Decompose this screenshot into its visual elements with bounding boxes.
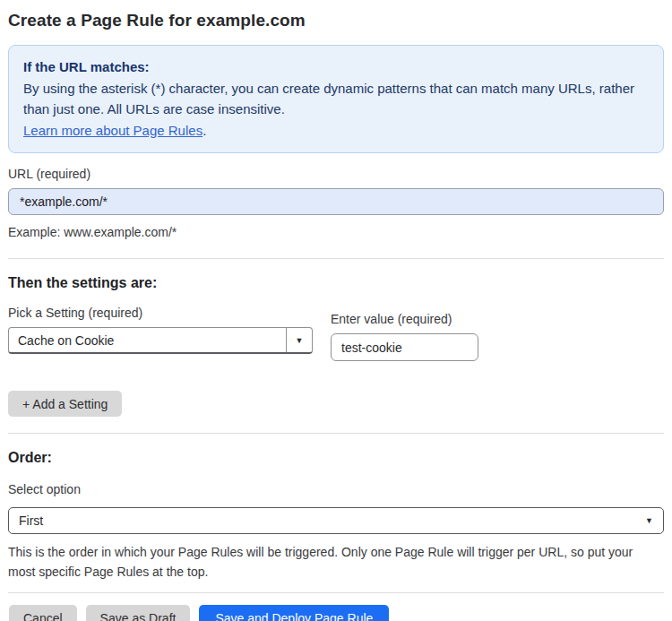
url-match-info-box: If the URL matches: By using the asteris… xyxy=(8,45,664,153)
url-field-label: URL (required) xyxy=(8,167,664,181)
order-section-heading: Order: xyxy=(8,450,664,466)
divider-after-url xyxy=(8,258,664,259)
url-input[interactable] xyxy=(8,188,664,215)
add-setting-button[interactable]: + Add a Setting xyxy=(8,391,122,417)
divider-before-actions xyxy=(8,592,664,593)
order-select[interactable]: First ▼ xyxy=(8,507,664,534)
info-box-heading: If the URL matches: xyxy=(23,56,649,78)
save-as-draft-button[interactable]: Save as Draft xyxy=(86,605,191,621)
url-example-helper: Example: www.example.com/* xyxy=(8,222,664,242)
info-box-link-line: Learn more about Page Rules. xyxy=(23,120,649,142)
page-title: Create a Page Rule for example.com xyxy=(8,11,664,30)
order-select-value: First xyxy=(19,513,645,528)
order-select-label: Select option xyxy=(8,482,664,496)
chevron-down-icon[interactable]: ▼ xyxy=(286,328,312,352)
setting-dropdown[interactable]: Cache on Cookie ▼ xyxy=(8,327,313,354)
learn-more-link[interactable]: Learn more about Page Rules xyxy=(23,123,202,138)
setting-value-input[interactable] xyxy=(331,333,478,361)
chevron-down-icon: ▼ xyxy=(645,516,653,525)
setting-picker-column: Pick a Setting (required) Cache on Cooki… xyxy=(8,306,313,361)
settings-row: Pick a Setting (required) Cache on Cooki… xyxy=(8,306,664,361)
setting-dropdown-value: Cache on Cookie xyxy=(9,328,286,352)
cancel-button[interactable]: Cancel xyxy=(9,605,77,621)
settings-section-heading: Then the settings are: xyxy=(8,275,664,291)
setting-value-column: Enter value (required) xyxy=(331,306,478,361)
info-box-body: By using the asterisk (*) character, you… xyxy=(23,78,649,120)
setting-value-label: Enter value (required) xyxy=(331,312,478,326)
setting-picker-label: Pick a Setting (required) xyxy=(8,306,313,320)
divider-after-settings xyxy=(8,433,664,434)
order-helper-text: This is the order in which your Page Rul… xyxy=(8,542,653,582)
actions-row: Cancel Save as Draft Save and Deploy Pag… xyxy=(8,605,664,621)
save-and-deploy-button[interactable]: Save and Deploy Page Rule xyxy=(199,605,389,621)
link-period: . xyxy=(202,123,206,138)
